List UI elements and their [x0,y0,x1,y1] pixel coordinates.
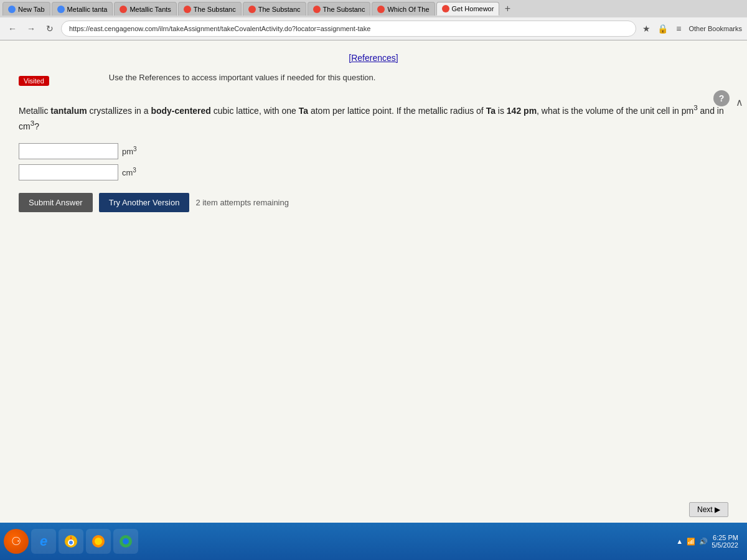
cm-answer-row: cm3 [19,164,728,180]
system-tray: ▲ 📶 🔊 6:25 PM 5/5/2022 [671,534,743,549]
tab-which-of-the[interactable]: Which Of The [372,2,435,16]
svg-point-2 [69,541,73,544]
tab-favicon [120,6,127,13]
scroll-indicator: ∧ [736,96,743,108]
bookmarks-label: Other Bookmarks [688,25,742,32]
tab-favicon [442,5,449,12]
help-button[interactable]: ? [713,90,730,106]
tab-substanc-2[interactable]: The Substanc [243,2,306,16]
clock-date: 5/5/2022 [712,541,738,549]
toolbar-icons: ★ 🔒 ≡ [640,22,685,35]
page-content: ? ∧ [References] Visited Use the Referen… [0,40,747,523]
buttons-row: Submit Answer Try Another Version 2 item… [19,193,728,212]
back-button[interactable]: ← [5,21,20,36]
refresh-button[interactable]: ↻ [42,21,57,36]
address-input[interactable] [61,21,636,37]
forward-button[interactable]: → [24,21,39,36]
tab-favicon [57,6,65,13]
pm-answer-row: pm3 [19,143,728,159]
clock-time: 6:25 PM [713,534,738,541]
tray-icon-wifi: 📶 [687,538,695,546]
cm-unit-label: cm3 [122,167,136,177]
svg-point-6 [123,538,129,544]
browser-chrome: New Tab Metallic tanta Metallic Tants Th… [0,0,747,40]
tray-icon-speaker: 🔊 [699,538,708,546]
next-button[interactable]: Next ▶ [689,502,728,517]
new-tab-favicon [8,6,16,13]
taskbar-app-4[interactable] [113,529,138,554]
taskbar: ⚆ e ▲ 📶 🔊 6:25 PM 5/5/2022 [0,523,747,560]
menu-icon[interactable]: ≡ [672,22,685,35]
clock: 6:25 PM 5/5/2022 [712,534,738,549]
tab-label: The Substanc [323,6,365,13]
tab-label: The Substanc [258,6,301,13]
pm-unit-label: pm3 [122,146,137,156]
tab-label: Metallic Tants [129,6,171,13]
svg-point-4 [95,538,102,545]
tray-icon-arrow: ▲ [676,538,683,545]
tab-metallic-tanta[interactable]: Metallic tanta [52,2,113,16]
new-tab-button[interactable]: + [500,2,514,16]
tab-label: The Substanc [194,6,236,13]
address-bar-row: ← → ↻ ★ 🔒 ≡ Other Bookmarks [0,17,747,40]
references-note: Use the References to access important v… [109,73,376,82]
tab-label: Which Of The [387,6,429,13]
tab-substanc-1[interactable]: The Substanc [178,2,242,16]
visited-badge: Visited [19,76,49,86]
references-link[interactable]: [References] [19,53,728,63]
tab-label: New Tab [18,6,45,13]
tab-label: Get Homewor [452,5,494,12]
extension-icon[interactable]: 🔒 [656,22,669,35]
question-text: Metallic tantalum crystallizes in a body… [19,102,728,133]
tab-label: Metallic tanta [67,6,108,13]
submit-button[interactable]: Submit Answer [19,193,93,212]
tab-metallic-tants[interactable]: Metallic Tants [114,2,176,16]
tab-favicon [184,6,191,13]
tab-new-tab[interactable]: New Tab [2,2,50,16]
tab-favicon [248,6,256,13]
tab-favicon [313,6,321,13]
taskbar-ie[interactable]: e [31,529,56,554]
tab-substanc-3[interactable]: The Substanc [308,2,371,16]
bookmark-star-icon[interactable]: ★ [640,22,652,35]
pm-input[interactable] [19,143,118,159]
question-text-main: Metallic tantalum crystallizes in a body… [19,106,724,131]
try-another-button[interactable]: Try Another Version [99,193,190,212]
tab-favicon [377,6,385,13]
start-button[interactable]: ⚆ [4,529,29,554]
attempts-remaining: 2 item attempts remaining [195,198,289,207]
taskbar-app-3[interactable] [86,529,111,554]
taskbar-app-2[interactable] [59,529,83,554]
cm-input[interactable] [19,164,118,180]
tab-bar: New Tab Metallic tanta Metallic Tants Th… [0,0,747,17]
tab-get-homewor[interactable]: Get Homewor [436,2,500,16]
